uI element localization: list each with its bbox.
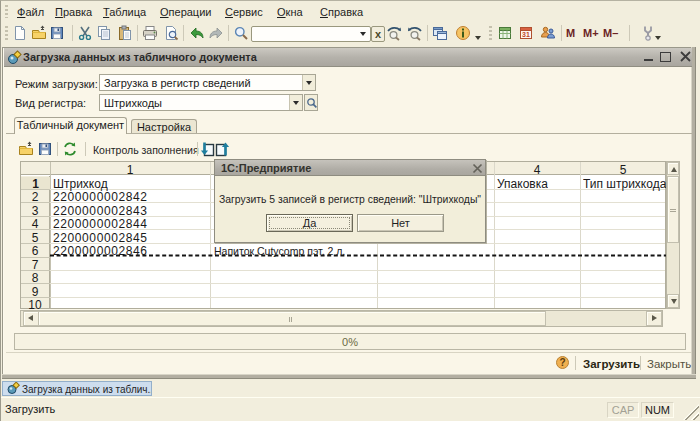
svg-text:31: 31 [522,31,530,38]
